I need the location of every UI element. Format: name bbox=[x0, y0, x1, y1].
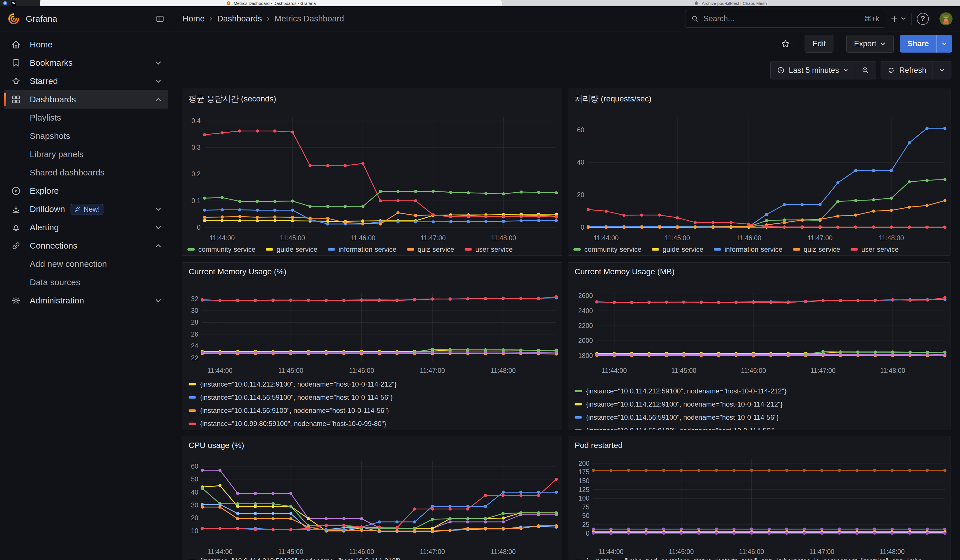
time-range-picker[interactable]: Last 5 minutes bbox=[770, 61, 856, 79]
chevron-down-icon[interactable] bbox=[155, 224, 162, 231]
legend-item[interactable]: information-service bbox=[714, 245, 782, 253]
bell-icon bbox=[11, 222, 21, 232]
refresh-interval-dropdown[interactable] bbox=[933, 61, 952, 79]
sidebar-item-library-panels[interactable]: Library panels bbox=[4, 145, 168, 163]
edit-button[interactable]: Edit bbox=[805, 35, 834, 53]
sidebar-item-connections[interactable]: Connections bbox=[4, 237, 168, 255]
new-button[interactable] bbox=[890, 15, 906, 23]
svg-text:26: 26 bbox=[191, 331, 198, 338]
sidebar-item-label: Connections bbox=[30, 241, 77, 251]
home-icon bbox=[11, 40, 21, 50]
svg-text:11:46:00: 11:46:00 bbox=[349, 548, 374, 555]
legend-item[interactable]: user-service bbox=[465, 245, 513, 253]
legend-label: {instance="10.0.114.56:9100", nodename="… bbox=[586, 427, 775, 430]
panel-cpu-usage: CPU usage (%)10203040506011:44:0011:45:0… bbox=[182, 436, 562, 560]
legend-swatch bbox=[793, 248, 800, 251]
panel-title[interactable]: CPU usage (%) bbox=[189, 441, 244, 450]
chart-throughput[interactable]: 020406011:44:0011:45:0011:46:0011:47:001… bbox=[568, 89, 951, 256]
grafana-logo[interactable] bbox=[8, 13, 20, 25]
panel-title[interactable]: Pod restarted bbox=[574, 441, 622, 450]
legend-item[interactable]: information-service bbox=[328, 245, 397, 253]
legend-item[interactable]: community-service bbox=[187, 245, 255, 253]
chevron-up-icon[interactable] bbox=[155, 96, 162, 103]
svg-text:28: 28 bbox=[191, 318, 198, 326]
legend-swatch bbox=[465, 248, 472, 251]
export-label: Export bbox=[854, 40, 876, 48]
legend-item[interactable]: {instance="10.0.114.212:59100", nodename… bbox=[574, 386, 947, 396]
sidebar-item-playlists[interactable]: Playlists bbox=[4, 109, 168, 127]
share-button[interactable]: Share bbox=[900, 35, 936, 53]
panel-title[interactable]: 평균 응답시간 (seconds) bbox=[189, 93, 276, 104]
zoom-out-button[interactable] bbox=[855, 61, 876, 79]
sidebar-item-alerting[interactable]: Alerting bbox=[4, 218, 168, 237]
chart-avg-response-time[interactable]: 00.10.20.30.411:44:0011:45:0011:46:0011:… bbox=[182, 89, 562, 256]
chevron-up-icon[interactable] bbox=[155, 242, 162, 250]
browser-tab-active[interactable]: Metrics Dashboard - Dashboards - Grafana bbox=[40, 0, 502, 6]
legend-item[interactable]: {instance="10.0.114.56:59100", nodename=… bbox=[189, 392, 558, 403]
breadcrumb: Home Dashboards Metrics Dashboard bbox=[182, 14, 344, 24]
sidebar-item-home[interactable]: Home bbox=[4, 35, 168, 54]
sidebar-item-label: Home bbox=[30, 40, 53, 50]
svg-text:50: 50 bbox=[191, 475, 198, 483]
sidebar-item-bookmarks[interactable]: Bookmarks bbox=[4, 54, 168, 72]
breadcrumb-home[interactable]: Home bbox=[182, 14, 205, 24]
legend-item[interactable]: {instance="10.0.99.80:59100", nodename="… bbox=[189, 419, 558, 429]
sidebar-item-add-new-connection[interactable]: Add new connection bbox=[4, 255, 168, 273]
legend-label: community-service bbox=[584, 245, 642, 253]
refresh-button[interactable]: Refresh bbox=[881, 61, 933, 79]
chart-cpu-usage[interactable]: 10203040506011:44:0011:45:0011:46:0011:4… bbox=[182, 436, 562, 560]
sidebar-item-dashboards[interactable]: Dashboards bbox=[4, 90, 168, 109]
legend-item[interactable]: quiz-service bbox=[407, 245, 454, 253]
clock-icon bbox=[777, 66, 785, 74]
panel-title[interactable]: 처리량 (requests/sec) bbox=[574, 93, 651, 104]
legend-item[interactable]: {instance="10.0.114.212:9100", nodename=… bbox=[189, 379, 558, 389]
svg-text:200: 200 bbox=[579, 460, 589, 467]
sidebar-item-label: Library panels bbox=[30, 149, 83, 159]
sidebar-item-starred[interactable]: Starred bbox=[4, 72, 168, 90]
sidebar-item-snapshots[interactable]: Snapshots bbox=[4, 127, 168, 145]
gear-icon bbox=[11, 296, 21, 306]
sidebar-item-drilldown[interactable]: DrilldownNew! bbox=[4, 200, 168, 218]
sidebar-item-explore[interactable]: Explore bbox=[4, 182, 168, 200]
chevron-down-icon[interactable] bbox=[155, 59, 162, 67]
star-icon[interactable] bbox=[779, 37, 792, 50]
chevron-down-icon[interactable] bbox=[155, 77, 162, 85]
legend-item[interactable]: {instance="10.0.114.56:9100", nodename="… bbox=[189, 405, 558, 416]
legend-item[interactable]: {__name__="kube_pod_container_status_res… bbox=[574, 556, 947, 560]
chevron-down-icon[interactable] bbox=[155, 205, 162, 213]
star-icon bbox=[11, 76, 21, 86]
legend-item[interactable]: {instance="10.0.114.212:59100", nodename… bbox=[189, 556, 558, 560]
chart-pod-restarted[interactable]: 025507510012515017520011:44:0011:45:0011… bbox=[568, 436, 951, 560]
legend-item[interactable]: {instance="10.0.114.56:9100", nodename="… bbox=[574, 426, 947, 430]
compass-icon bbox=[11, 186, 21, 196]
legend-item[interactable]: guide-service bbox=[652, 245, 703, 253]
dock-sidebar-icon[interactable] bbox=[153, 12, 167, 26]
sidebar-item-administration[interactable]: Administration bbox=[4, 291, 168, 310]
chevron-down-icon[interactable] bbox=[155, 297, 162, 304]
legend-item[interactable]: quiz-service bbox=[793, 245, 840, 253]
legend-item[interactable]: user-service bbox=[851, 245, 899, 253]
export-button[interactable]: Export bbox=[846, 35, 894, 53]
legend-item[interactable]: community-service bbox=[573, 245, 642, 253]
sidebar-nav: HomeBookmarksStarredDashboardsPlaylistsS… bbox=[0, 31, 172, 310]
legend-item[interactable]: guide-service bbox=[266, 245, 317, 253]
chevron-down-icon bbox=[941, 40, 947, 47]
sidebar-item-data-sources[interactable]: Data sources bbox=[4, 273, 168, 291]
svg-text:20: 20 bbox=[191, 514, 198, 522]
chevron-down-icon bbox=[880, 40, 886, 47]
legend-item[interactable]: {instance="10.0.114.56:59100", nodename=… bbox=[574, 412, 947, 422]
panel-title[interactable]: Current Memory Usage (%) bbox=[189, 267, 286, 276]
sidebar-item-label: Alerting bbox=[30, 222, 59, 232]
share-dropdown-button[interactable] bbox=[936, 35, 952, 53]
browser-tab-inactive[interactable]: Archive pod-kill-test | Chaos Mesh bbox=[502, 0, 959, 6]
svg-text:11:46:00: 11:46:00 bbox=[349, 367, 374, 374]
legend-swatch bbox=[574, 416, 582, 419]
avatar[interactable] bbox=[939, 12, 952, 26]
search-input[interactable]: Search... ⌘+k bbox=[685, 10, 885, 28]
sidebar-item-shared-dashboards[interactable]: Shared dashboards bbox=[4, 163, 168, 182]
help-icon[interactable]: ? bbox=[917, 13, 929, 25]
breadcrumb-dashboards[interactable]: Dashboards bbox=[217, 14, 262, 24]
panel-title[interactable]: Current Memoy Usage (MB) bbox=[574, 267, 675, 276]
legend-item[interactable]: {instance="10.0.114.212:9100", nodename=… bbox=[574, 399, 947, 410]
chart-memory-pct[interactable]: 22242628303211:44:0011:45:0011:46:0011:4… bbox=[182, 262, 562, 430]
